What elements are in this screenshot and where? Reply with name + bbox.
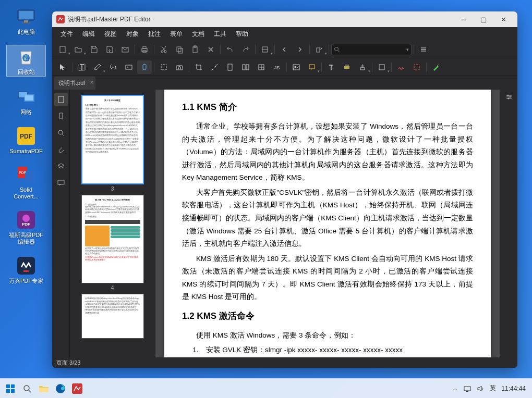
fit-button[interactable]: ▾	[258, 43, 272, 56]
svg-rect-39	[243, 65, 245, 70]
new-button[interactable]: ▾	[55, 43, 70, 56]
search-taskbar-button[interactable]	[20, 381, 34, 396]
redo-button[interactable]	[238, 43, 253, 56]
desktop-icon-foxit[interactable]: PDF 福斯高级PDF编辑器	[6, 209, 46, 245]
edit-tool[interactable]: ▾	[90, 60, 105, 74]
svg-text:PDF: PDF	[22, 222, 30, 227]
properties-panel-button[interactable]	[505, 93, 513, 101]
start-button[interactable]	[3, 381, 18, 396]
cut-button[interactable]	[156, 43, 171, 56]
layers-panel-button[interactable]	[54, 159, 68, 173]
document-tab[interactable]: 说明书.pdf ×	[54, 77, 95, 90]
pen-tool[interactable]	[429, 60, 443, 74]
menu-view[interactable]: 视图	[100, 28, 121, 40]
titlebar[interactable]: 说明书.pdf-Master PDF Editor ─ ▢ ✕	[52, 11, 517, 27]
snapshot-tool[interactable]	[172, 60, 187, 74]
menubar: 文件 编辑 视图 对象 批注 表单 文档 工具 帮助	[52, 27, 517, 41]
volume-tray-icon[interactable]	[477, 385, 485, 392]
link-tool[interactable]	[106, 60, 120, 74]
page-tool[interactable]	[223, 60, 237, 74]
merge-tool[interactable]	[254, 60, 269, 74]
svg-rect-18	[23, 270, 29, 272]
text-tool[interactable]	[324, 60, 338, 74]
form-tool[interactable]	[122, 60, 136, 74]
svg-rect-19	[60, 46, 65, 53]
highlight-tool[interactable]	[340, 60, 354, 74]
right-sidebar	[500, 90, 517, 357]
text-select-tool[interactable]	[75, 60, 89, 74]
pointer-tool[interactable]	[55, 60, 70, 74]
desktop-icon-recycle-bin[interactable]: 回收站	[6, 45, 46, 77]
desktop-icon-solid[interactable]: PDF Solid Convert...	[6, 164, 46, 200]
close-button[interactable]: ✕	[493, 11, 513, 27]
menu-edit[interactable]: 编辑	[78, 28, 99, 40]
network-tray-icon[interactable]	[463, 385, 471, 392]
bookmarks-panel-button[interactable]	[54, 109, 68, 123]
explorer-taskbar-button[interactable]	[37, 381, 51, 396]
menu-help[interactable]: 帮助	[232, 28, 252, 40]
heading-1-2: 1.2 KMS 激活命令	[182, 310, 473, 322]
foxit-icon: PDF	[16, 209, 37, 230]
menu-document[interactable]: 文档	[188, 28, 209, 40]
menu-annotate[interactable]: 批注	[144, 28, 165, 40]
copy-button[interactable]	[172, 43, 187, 56]
print-button[interactable]	[137, 43, 152, 56]
note-tool[interactable]: ▾	[305, 60, 319, 74]
label: SumatraPDF	[9, 148, 43, 155]
paragraph: 通常企业、学校等拥有多台计算机，设想如果安装了 Windows，然后管理员一台一…	[182, 120, 473, 184]
menu-object[interactable]: 对象	[122, 28, 143, 40]
save-button[interactable]	[87, 43, 101, 56]
thumbnail-page-5[interactable]: 设置KMS服务器名称slmgr skms kms03korg执行激活命令slmg…	[81, 294, 144, 339]
select-area-tool[interactable]	[156, 60, 171, 74]
masterpdf-taskbar-button[interactable]	[70, 381, 84, 396]
paragraph: 使用 KMS 激活 Windows，需要 3 条命令，例如：	[182, 329, 473, 342]
comments-panel-button[interactable]	[54, 176, 68, 190]
tab-close-icon[interactable]: ×	[90, 79, 93, 86]
desktop-icon-wondershare[interactable]: 万兴PDF专家	[6, 255, 46, 284]
search-panel-button[interactable]	[54, 126, 68, 140]
open-button[interactable]: ▾	[71, 43, 86, 56]
shape-tool[interactable]: ▾	[374, 60, 389, 74]
ime-indicator[interactable]: 英	[490, 384, 496, 393]
menu-tools[interactable]: 工具	[210, 28, 231, 40]
desktop-icon-this-pc[interactable]: 此电脑	[6, 6, 46, 35]
page-view[interactable]: 1.1 KMS 简介 通常企业、学校等拥有多台计算机，设想如果安装了 Windo…	[155, 90, 500, 357]
js-tool[interactable]: JS	[270, 60, 284, 74]
delete-button[interactable]	[203, 43, 218, 56]
svg-point-24	[161, 51, 163, 53]
hand-tool[interactable]	[137, 60, 152, 74]
crop-tool[interactable]	[191, 60, 206, 74]
stamp-tool[interactable]: ▾	[355, 60, 370, 74]
thumbnails-panel-button[interactable]	[54, 93, 68, 106]
sign-tool[interactable]	[394, 60, 408, 74]
thumbnail-page-3[interactable]: 第 1 节 KMS 概述 1.1 KMS 简介 通常企业学校等拥有多台计算机设想…	[81, 95, 144, 184]
desktop-icon-network[interactable]: 网络	[6, 86, 46, 116]
clock[interactable]: 11:44:44	[501, 385, 526, 392]
thumbnails-panel[interactable]: 第 1 节 KMS 概述 1.1 KMS 简介 通常企业学校等拥有多台计算机设想…	[70, 90, 155, 357]
image-tool[interactable]	[289, 60, 304, 74]
attachments-panel-button[interactable]	[54, 143, 68, 156]
search-box[interactable]: ▾	[331, 44, 412, 55]
thumbnail-page-4[interactable]: 第 2 章 HEU KMS Activator 使用教程 2.1 运行条件 此软…	[81, 195, 144, 283]
menu-file[interactable]: 文件	[56, 28, 77, 40]
paste-button[interactable]	[188, 43, 202, 56]
initials-tool[interactable]	[409, 60, 424, 74]
workspace: 第 1 节 KMS 概述 1.1 KMS 简介 通常企业学校等拥有多台计算机设想…	[52, 90, 517, 357]
menu-form[interactable]: 表单	[166, 28, 187, 40]
search-input[interactable]	[340, 46, 406, 53]
prev-page-button[interactable]	[277, 43, 292, 56]
minimize-button[interactable]: ─	[454, 11, 474, 27]
email-button[interactable]	[118, 43, 132, 56]
thumb-label: 4	[72, 284, 153, 291]
split-tool[interactable]	[238, 60, 253, 74]
edge-taskbar-button[interactable]	[53, 381, 68, 396]
menu-overflow-button[interactable]	[416, 43, 431, 56]
undo-button[interactable]	[223, 43, 237, 56]
saveas-button[interactable]	[102, 43, 117, 56]
maximize-button[interactable]: ▢	[474, 11, 493, 27]
desktop-icon-sumatra[interactable]: PDF SumatraPDF	[6, 126, 46, 155]
next-page-button[interactable]	[293, 43, 307, 56]
measure-tool[interactable]	[207, 60, 222, 74]
rotate-button[interactable]: ▾	[312, 43, 327, 56]
tray-chevron-icon[interactable]: ︿	[453, 385, 458, 392]
